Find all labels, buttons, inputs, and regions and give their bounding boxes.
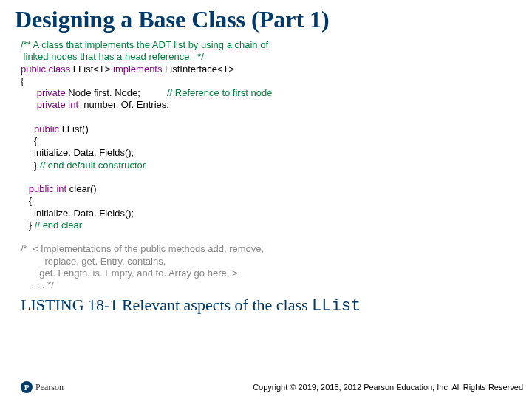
code-token: number. Of. Entries; — [78, 99, 169, 110]
code-token: // end default constructor — [40, 160, 146, 171]
listing-caption: LISTING 18-1 Relevant aspects of the cla… — [0, 291, 532, 316]
code-line: get. Length, is. Empty, and to. Array go… — [21, 267, 238, 279]
pearson-logo-icon: P — [21, 381, 33, 393]
footer: P Pearson Copyright © 2019, 2015, 2012 P… — [21, 381, 523, 393]
listing-classname: LList — [312, 297, 361, 316]
pearson-logo-text: Pearson — [35, 382, 64, 393]
copyright-text: Copyright © 2019, 2015, 2012 Pearson Edu… — [253, 383, 523, 392]
code-token: LList() — [59, 123, 89, 134]
code-line: /* < Implementations of the public metho… — [21, 243, 264, 254]
code-token: LList<T> — [70, 64, 113, 75]
code-line: . . . */ — [21, 279, 54, 290]
code-token: clear() — [66, 183, 96, 194]
slide-title: Designing a Base Class (Part 1) — [0, 0, 532, 33]
code-line: /** A class that implements the ADT list… — [21, 39, 268, 50]
code-line: replace, get. Entry, contains, — [21, 256, 166, 267]
code-line — [21, 112, 24, 123]
code-line — [21, 171, 24, 183]
pearson-logo: P Pearson — [21, 381, 64, 393]
listing-prefix: LISTING 18-1 — [21, 296, 122, 314]
code-line — [21, 231, 24, 242]
code-line: initialize. Data. Fields(); — [21, 208, 134, 219]
code-line: { — [21, 75, 24, 86]
code-token: implements — [113, 64, 162, 75]
listing-text: Relevant aspects of the class — [122, 296, 312, 314]
code-token: ListInterface<T> — [162, 64, 234, 75]
code-token: private int — [21, 99, 78, 110]
code-line: { — [21, 135, 37, 146]
code-token: } — [21, 160, 40, 171]
code-token: public class — [21, 64, 70, 75]
code-token: private — [21, 87, 66, 98]
code-line: { — [21, 195, 32, 206]
code-token: public — [21, 123, 59, 134]
code-token: public int — [21, 183, 66, 194]
code-token: // Reference to first node — [167, 87, 272, 98]
code-block: /** A class that implements the ADT list… — [0, 33, 532, 291]
code-line: linked nodes that has a head reference. … — [21, 51, 204, 62]
code-token: } — [21, 219, 35, 231]
code-token: Node first. Node; — [66, 87, 167, 98]
code-token: // end clear — [35, 219, 82, 231]
code-line: initialize. Data. Fields(); — [21, 147, 134, 158]
